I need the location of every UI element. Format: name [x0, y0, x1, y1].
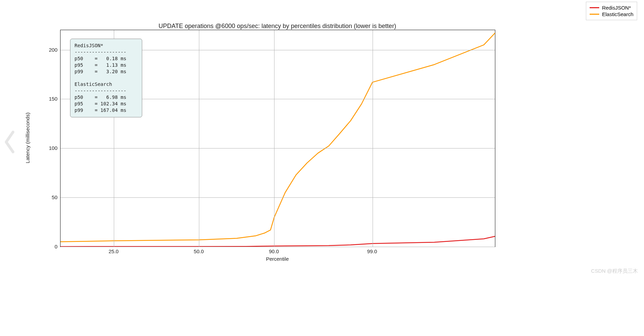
series-line: [61, 236, 495, 247]
y-tick-label: 100: [37, 145, 57, 151]
prev-image-button[interactable]: [2, 130, 17, 154]
grid-line-v: [373, 30, 373, 247]
stats-annotation-box: RedisJSON* ------------------ p50 = 0.18…: [70, 39, 142, 117]
x-axis-label: Percentile: [60, 256, 495, 262]
chart-title: UPDATE operations @6000 ops/sec: latency…: [60, 23, 495, 30]
y-tick-label: 0: [37, 244, 57, 249]
legend-swatch-icon: [590, 14, 599, 15]
y-tick-label: 200: [37, 47, 57, 52]
legend-item-redisjson: RedisJSON*: [590, 5, 633, 11]
grid-line-h: [61, 247, 495, 247]
legend: RedisJSON* ElasticSearch: [586, 2, 637, 20]
x-tick-label: 50.0: [194, 248, 204, 254]
grid-line-h: [61, 148, 495, 148]
x-tick-label: 99.0: [367, 248, 377, 254]
legend-swatch-icon: [590, 7, 599, 8]
x-tick-label: 25.0: [109, 248, 119, 254]
legend-label: ElasticSearch: [602, 11, 633, 17]
y-tick-label: 150: [37, 96, 57, 102]
grid-line-h: [61, 197, 495, 198]
y-tick-label: 50: [37, 194, 57, 200]
legend-item-elasticsearch: ElasticSearch: [590, 11, 633, 17]
chevron-left-icon: [2, 130, 17, 154]
y-axis-label: Latency (milliseconds): [25, 113, 30, 163]
x-tick-label: 90.0: [269, 248, 279, 254]
watermark-text: CSDN @程序员三木: [591, 268, 638, 274]
grid-line-v: [274, 30, 274, 247]
legend-label: RedisJSON*: [602, 5, 631, 11]
grid-line-v: [199, 30, 199, 247]
